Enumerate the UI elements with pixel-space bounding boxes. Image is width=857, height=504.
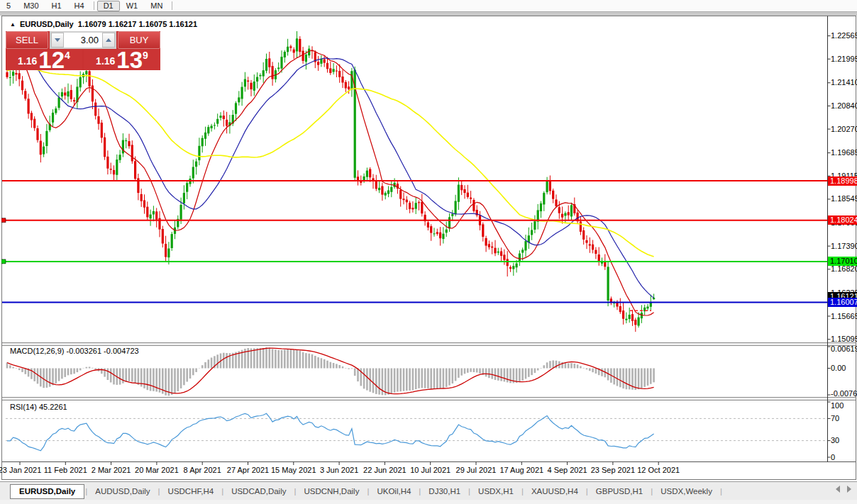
chart-tab-bar: EURUSD,Daily|AUDUSD,Daily|USDCHF,H4|USDC… <box>0 481 857 500</box>
scroll-left-icon[interactable] <box>836 486 840 493</box>
level-price-tag: 1.16007 <box>828 298 857 307</box>
rsi-label: RSI(14) 45.2261 <box>10 403 67 411</box>
price-tick-label: 1.21995 <box>831 55 857 63</box>
macd-label: MACD(12,26,9) -0.003261 -0.004723 <box>10 347 139 355</box>
date-tick-label: 29 Jul 2021 <box>456 466 497 474</box>
sell-price-big: 12 <box>38 50 65 70</box>
timeframe-toolbar: 5M30H1H4D1W1MN <box>0 0 857 12</box>
level-price-tag: 1.17010 <box>828 257 857 266</box>
macd-tick-label: 0.006193 <box>831 345 857 353</box>
macd-tick-label: -0.007621 <box>831 389 857 398</box>
price-tick-label: 1.20840 <box>831 101 857 110</box>
chart-tab-usdcad-daily[interactable]: USDCAD,Daily <box>224 487 293 495</box>
chart-tab-ukoil-h4[interactable]: UKOil,H4 <box>370 487 418 495</box>
date-tick-label: 20 Mar 2021 <box>135 466 179 474</box>
volume-decrease-button[interactable] <box>51 33 64 47</box>
chart-tab-usdchf-h4[interactable]: USDCHF,H4 <box>161 487 221 495</box>
sell-price-display[interactable]: 1.16 12 4 <box>6 50 82 70</box>
date-tick-label: 22 Jun 2021 <box>363 466 407 474</box>
buy-price-display[interactable]: 1.16 13 9 <box>84 50 160 70</box>
timeframe-button-h4[interactable]: H4 <box>68 1 91 11</box>
collapse-icon[interactable]: ▲ <box>10 21 16 28</box>
sell-price-base: 1.16 <box>18 52 37 70</box>
tab-separator: | <box>719 487 723 495</box>
macd-tick-label: 0.00 <box>831 364 846 372</box>
buy-price-pip: 9 <box>143 50 148 60</box>
scroll-right-icon[interactable] <box>847 486 851 493</box>
date-tick-label: 8 Apr 2021 <box>184 466 221 474</box>
date-tick-label: 23 Jan 2021 <box>0 466 41 474</box>
one-click-trading-widget: SELL 3.00 BUY 1.16 12 4 1.16 13 9 <box>6 31 160 70</box>
timeframe-button-mn[interactable]: MN <box>144 1 169 11</box>
price-tick-label: 1.19685 <box>831 148 857 157</box>
date-tick-label: 3 Jun 2021 <box>320 466 358 474</box>
price-tick-label: 1.21410 <box>831 78 857 86</box>
level-price-tag: 1.18998 <box>828 177 857 186</box>
toolbar-separator <box>94 1 94 10</box>
volume-input[interactable]: 3.00 <box>64 33 102 47</box>
chart-tab-audusd-daily[interactable]: AUDUSD,Daily <box>88 487 157 495</box>
price-tick-label: 1.18545 <box>831 194 857 203</box>
symbol-label: EURUSD,Daily <box>20 20 74 28</box>
date-tick-label: 12 Oct 2021 <box>637 466 680 474</box>
date-tick-label: 17 Aug 2021 <box>499 466 543 474</box>
price-tick-label: 1.17390 <box>831 242 857 250</box>
chart-tab-usdcnh-daily[interactable]: USDCNH,Daily <box>297 487 366 495</box>
date-tick-label: 15 May 2021 <box>271 466 316 474</box>
sell-price-pip: 4 <box>65 50 70 60</box>
timeframe-button-m30[interactable]: M30 <box>17 1 45 11</box>
price-tick-label: 1.15095 <box>831 335 857 343</box>
chart-tab-eurusd-daily[interactable]: EURUSD,Daily <box>10 484 84 499</box>
chart-window: ▲EURUSD,Daily 1.16079 1.16217 1.16075 1.… <box>1 16 856 480</box>
timeframe-button-d1[interactable]: D1 <box>97 1 120 11</box>
trading-platform-window: 5M30H1H4D1W1MN ▲EURUSD,Daily 1.16079 1.1… <box>0 0 857 504</box>
timeframe-button-w1[interactable]: W1 <box>120 1 145 11</box>
date-tick-label: 4 Sep 2021 <box>547 466 587 474</box>
date-tick-label: 23 Sep 2021 <box>591 466 635 474</box>
chart-canvas[interactable] <box>1 16 856 480</box>
date-tick-label: 10 Jul 2021 <box>410 466 450 474</box>
price-tick-label: 1.22565 <box>831 31 857 40</box>
tab-scroll-arrows <box>836 486 851 493</box>
toolbar-separator <box>172 1 172 10</box>
price-tick-label: 1.20270 <box>831 125 857 133</box>
arrow-up-icon <box>106 38 111 42</box>
volume-stepper: 3.00 <box>50 31 116 49</box>
date-tick-label: 27 Apr 2021 <box>227 466 269 474</box>
sell-button[interactable]: SELL <box>6 31 48 49</box>
buy-price-base: 1.16 <box>96 52 115 70</box>
buy-price-big: 13 <box>116 50 143 70</box>
level-price-tag: 1.18024 <box>828 215 857 225</box>
chart-tab-usdx-h1[interactable]: USDX,H1 <box>471 487 521 495</box>
chart-tab-dj30-h1[interactable]: DJ30,H1 <box>421 487 468 495</box>
rsi-tick-label: 30 <box>831 436 839 444</box>
chart-tab-usdx-weekly[interactable]: USDX,Weekly <box>653 487 719 495</box>
chart-tab-xauusd-h4[interactable]: XAUUSD,H4 <box>524 487 585 495</box>
buy-button[interactable]: BUY <box>118 31 160 49</box>
rsi-tick-label: 100 <box>831 401 844 410</box>
rsi-tick-label: 70 <box>831 414 839 422</box>
date-tick-label: 2 Mar 2021 <box>92 466 131 474</box>
timeframe-button-h1[interactable]: H1 <box>45 1 68 11</box>
chart-tab-gbpusd-h1[interactable]: GBPUSD,H1 <box>589 487 650 495</box>
ohlc-values: 1.16079 1.16217 1.16075 1.16121 <box>78 20 197 28</box>
price-tick-label: 1.15665 <box>831 312 857 320</box>
rsi-tick-label: 0 <box>831 453 835 461</box>
volume-increase-button[interactable] <box>102 33 115 47</box>
chart-title: ▲EURUSD,Daily 1.16079 1.16217 1.16075 1.… <box>10 20 197 28</box>
timeframe-button-5[interactable]: 5 <box>0 1 17 11</box>
window-bottom-strip <box>0 500 857 504</box>
date-tick-label: 11 Feb 2021 <box>44 466 87 474</box>
arrow-down-icon <box>55 38 60 42</box>
